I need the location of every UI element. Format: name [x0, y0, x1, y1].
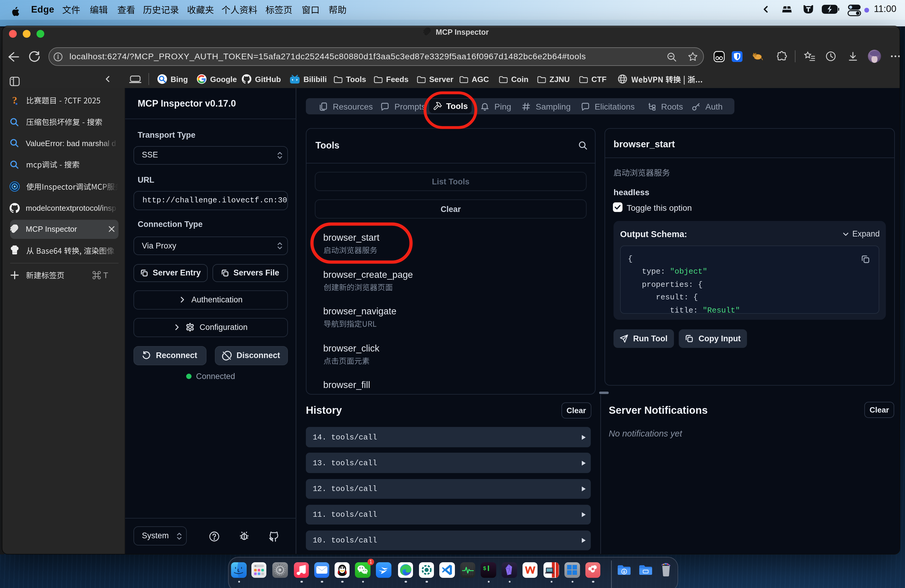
svg-text:T: T: [103, 271, 108, 280]
svg-text:$: $: [483, 566, 487, 572]
